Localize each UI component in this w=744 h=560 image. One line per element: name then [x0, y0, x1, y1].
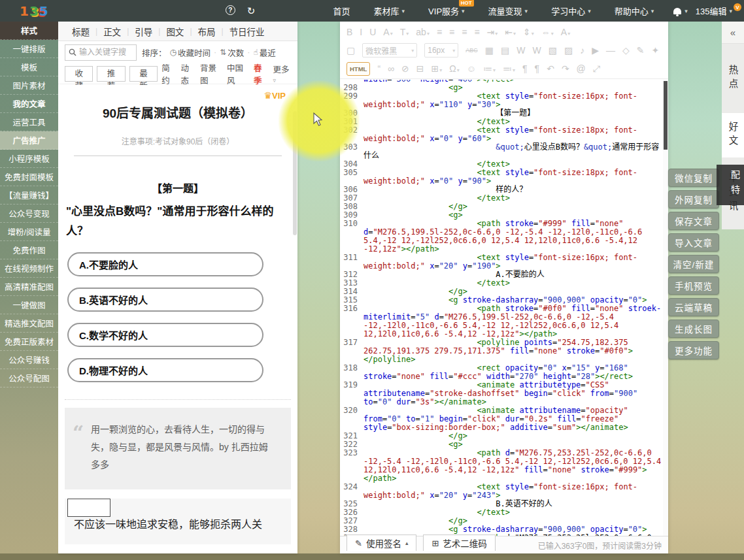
- generate-long-image-button[interactable]: 生成长图: [668, 320, 719, 338]
- picture-icon[interactable]: ▧: [549, 46, 557, 55]
- code-line[interactable]: 316 <path stroke="#0f0" fill="none" stro…: [340, 305, 663, 338]
- rail-tab-goodreads[interactable]: 好文: [722, 113, 744, 157]
- code-line[interactable]: 319 <animate attributetype="CSS" attribu…: [340, 381, 663, 406]
- code-line[interactable]: 320 <animate attributename="opacity" fro…: [340, 406, 663, 432]
- help-icon[interactable]: ?: [226, 5, 235, 15]
- italic-icon[interactable]: I: [360, 27, 362, 37]
- sidebar-item[interactable]: 样式: [0, 22, 58, 40]
- sidebar-item[interactable]: 高清精准配图: [0, 278, 58, 296]
- table-icon[interactable]: ▦: [485, 46, 494, 55]
- sort-by-count[interactable]: ⇅次数: [220, 46, 244, 59]
- sort-by-recent[interactable]: ☝最近: [253, 46, 275, 59]
- font-color-icon[interactable]: A▾: [383, 27, 392, 37]
- font-family-select[interactable]: 微软雅黑▾: [362, 43, 417, 58]
- filter-recommended-button[interactable]: 推荐: [97, 66, 125, 82]
- link-icon[interactable]: ∞: [388, 64, 394, 73]
- format-brush-icon[interactable]: ✎: [637, 46, 645, 55]
- code-line[interactable]: 324 <text style="font-size:16px; font-we…: [340, 483, 663, 500]
- external-copy-button[interactable]: 外网复制: [668, 190, 719, 208]
- more-functions-button[interactable]: 更多功能: [668, 341, 719, 359]
- html-source-view[interactable]: width="300" height="400"></rect>298 <g>2…: [340, 80, 663, 536]
- sidebar-item[interactable]: 【流量赚钱】: [0, 186, 58, 205]
- tab-body[interactable]: 正文: [97, 25, 127, 38]
- sidebar-item[interactable]: 我的文章: [0, 95, 58, 113]
- sidebar-item[interactable]: 免费作图: [0, 241, 58, 259]
- ordered-list-icon[interactable]: ≔▾: [483, 64, 496, 73]
- filter-link-dynamic[interactable]: 动态: [181, 61, 196, 86]
- sidebar-item[interactable]: 公众号变现: [0, 205, 58, 223]
- align-justify-icon[interactable]: ≡: [474, 27, 479, 37]
- font-scale-icon[interactable]: A▾: [561, 27, 570, 37]
- sidebar-item[interactable]: 精选推文配图: [0, 314, 58, 333]
- tab-layout[interactable]: 布局: [192, 25, 222, 38]
- editor-scrollbar[interactable]: [663, 80, 668, 536]
- save-article-button[interactable]: 保存文章: [668, 212, 719, 230]
- underline-icon[interactable]: U: [369, 27, 376, 37]
- code-line[interactable]: 302 <text style="font-size:18px; font-we…: [340, 126, 663, 143]
- topnav-item[interactable]: 帮助中心▾: [604, 0, 665, 22]
- filter-link-spring[interactable]: 春季: [254, 61, 269, 86]
- sidebar-item[interactable]: 公众号配图: [0, 369, 58, 387]
- article-preview[interactable]: ♛VIP 90后专属测试题（模拟卷） 注意事项:考试对象90后（闭卷） 【第一题…: [58, 85, 297, 553]
- highlight-icon[interactable]: ab▾: [416, 27, 430, 37]
- code-line[interactable]: 310 <path stroke="#999" fill="none" d="M…: [340, 220, 663, 254]
- emoji-icon[interactable]: ☺: [467, 64, 476, 73]
- code-line[interactable]: 305 <text style="font-size:18px; font-we…: [340, 169, 663, 186]
- font-size-select[interactable]: 16px▾: [424, 43, 458, 58]
- topnav-item[interactable]: 素材库▾: [364, 0, 416, 22]
- tab-imagetext[interactable]: 图文: [160, 25, 190, 38]
- topnav-item[interactable]: VIP服务HOT▾: [418, 0, 475, 22]
- outdent-icon[interactable]: ⇤▾: [505, 27, 516, 37]
- sidebar-item[interactable]: 运营工具: [0, 113, 58, 131]
- filter-favorites-button[interactable]: 收藏: [65, 66, 93, 82]
- bold-icon[interactable]: B: [347, 27, 352, 37]
- sidebar-item[interactable]: 在线视频制作: [0, 259, 58, 278]
- text-style-icon[interactable]: T▾: [400, 27, 409, 37]
- word-import-icon[interactable]: W: [516, 46, 525, 55]
- code-line[interactable]: 317 <polyline points="254.75,182.375 262…: [340, 338, 663, 364]
- sidebar-item[interactable]: 广告推广: [0, 131, 58, 150]
- align-center-icon[interactable]: ≡: [449, 27, 454, 37]
- tab-title[interactable]: 标题: [66, 25, 95, 38]
- indent-icon[interactable]: ⇥▾: [487, 27, 498, 37]
- eraser-icon[interactable]: ◇: [622, 46, 630, 55]
- option-b[interactable]: B.英语不好的人: [67, 288, 263, 312]
- sort-by-favorite-time[interactable]: ◷收藏时间: [170, 46, 211, 59]
- sidebar-item[interactable]: 一键排版: [0, 40, 58, 58]
- sidebar-item[interactable]: 模板: [0, 58, 58, 76]
- app-logo[interactable]: 135: [20, 3, 49, 19]
- strikethrough-icon[interactable]: ABC: [465, 48, 478, 54]
- letter-spacing-icon[interactable]: ⇔▾: [541, 27, 554, 37]
- text-panel-icon[interactable]: ⊟: [416, 64, 424, 73]
- sidebar-item[interactable]: 公众号赚钱: [0, 351, 58, 369]
- paragraph-back-icon[interactable]: ¶: [535, 64, 540, 73]
- signature-button[interactable]: ✎ 使用签名 ▴: [347, 535, 416, 551]
- search-input[interactable]: [79, 48, 130, 57]
- import-article-button[interactable]: 导入文章: [668, 233, 719, 252]
- topnav-item[interactable]: 学习中心▾: [541, 0, 601, 22]
- topnav-item[interactable]: 首页: [323, 0, 361, 22]
- magic-wand-icon[interactable]: ✦: [651, 46, 659, 55]
- filter-link-chinese-style[interactable]: 中国风: [227, 61, 250, 86]
- code-line[interactable]: 303 &quot;心里没点B数吗？&quot;通常用于形容什么: [340, 143, 663, 160]
- code-line[interactable]: 323 <path d="M276.75,253.25l-252,0c-6.6,…: [340, 449, 663, 483]
- paragraph-forward-icon[interactable]: ¶: [522, 64, 528, 73]
- horizontal-rule-icon[interactable]: —: [606, 46, 615, 55]
- option-c[interactable]: C.数学不好的人: [67, 323, 263, 347]
- special-char-icon[interactable]: Ω▾: [449, 64, 459, 73]
- sidebar-item[interactable]: 免费正版素材: [0, 333, 58, 351]
- collapse-rail-button[interactable]: «: [722, 22, 744, 44]
- tab-festival[interactable]: 节日行业: [224, 25, 271, 38]
- new-doc-icon[interactable]: ▢: [347, 46, 355, 55]
- sidebar-item[interactable]: 增粉/阅读量: [0, 223, 58, 241]
- filter-link-simple[interactable]: 简约: [161, 61, 177, 86]
- phone-preview-button[interactable]: 手机预览: [668, 276, 719, 295]
- html-source-button[interactable]: HTML: [347, 62, 370, 76]
- code-line[interactable]: 311 <text style="font-size:16px; font-we…: [340, 254, 663, 271]
- filter-link-background[interactable]: 背景图: [200, 61, 223, 86]
- refresh-icon[interactable]: ↻: [247, 5, 256, 17]
- unlink-icon[interactable]: ⊘: [401, 64, 409, 73]
- sidebar-item[interactable]: 图片素材: [0, 76, 58, 95]
- topnav-item[interactable]: 流量变现▾: [478, 0, 539, 22]
- tab-guide[interactable]: 引导: [129, 25, 158, 38]
